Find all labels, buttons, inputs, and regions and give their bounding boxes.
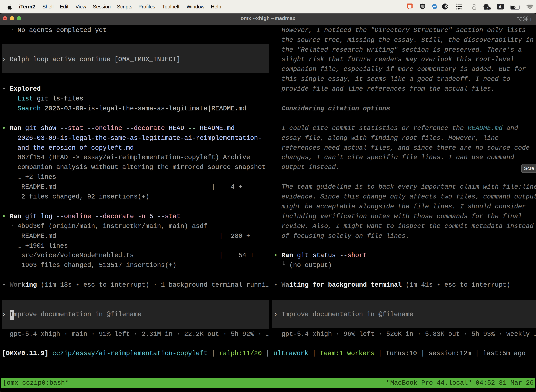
svg-text:1: 1 xyxy=(529,17,532,22)
svg-text:..61: ..61 xyxy=(485,7,490,10)
